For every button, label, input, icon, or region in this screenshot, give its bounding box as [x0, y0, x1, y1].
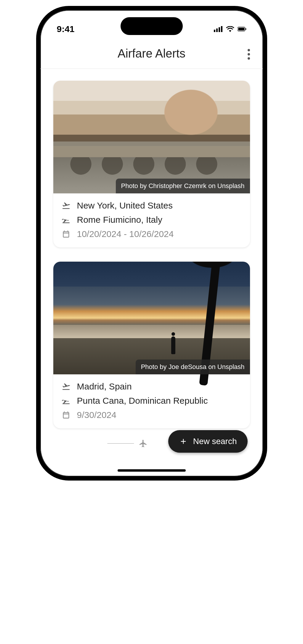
dates-label: 10/20/2024 - 10/26/2024: [77, 229, 174, 239]
battery-icon: [238, 25, 246, 34]
divider-decoration: [107, 439, 148, 448]
app-header: Airfare Alerts: [40, 40, 263, 69]
flight-takeoff-icon: [62, 201, 70, 210]
origin-label: Madrid, Spain: [77, 381, 132, 392]
device-notch: [121, 17, 183, 35]
card-body: New York, United States Rome Fiumicino, …: [53, 193, 250, 247]
image-credit: Photo by Joe deSousa on Unsplash: [136, 360, 250, 374]
destination-row: Punta Cana, Dominican Republic: [62, 396, 242, 406]
flight-land-icon: [62, 215, 70, 224]
airplane-icon: [139, 439, 148, 448]
svg-rect-2: [219, 27, 220, 32]
svg-rect-0: [214, 30, 215, 32]
dates-row: 10/20/2024 - 10/26/2024: [62, 229, 242, 239]
plus-icon: [179, 437, 188, 446]
flight-takeoff-icon: [62, 382, 70, 391]
destination-label: Rome Fiumicino, Italy: [77, 215, 162, 225]
status-time: 9:41: [57, 24, 75, 34]
destination-image: Photo by Christopher Czemrk on Unsplash: [53, 81, 250, 193]
origin-label: New York, United States: [77, 201, 173, 211]
alerts-list: Photo by Christopher Czemrk on Unsplash …: [40, 69, 263, 478]
destination-image: Photo by Joe deSousa on Unsplash: [53, 262, 250, 374]
card-body: Madrid, Spain Punta Cana, Dominican Repu…: [53, 374, 250, 428]
status-icons: [214, 25, 246, 34]
calendar-icon: [62, 230, 70, 238]
new-search-button[interactable]: New search: [168, 430, 248, 453]
svg-rect-3: [221, 26, 222, 32]
page-title: Airfare Alerts: [40, 47, 263, 60]
home-indicator[interactable]: [118, 469, 186, 472]
new-search-label: New search: [193, 437, 237, 446]
calendar-icon: [62, 411, 70, 419]
dates-row: 9/30/2024: [62, 410, 242, 420]
image-credit: Photo by Christopher Czemrk on Unsplash: [116, 179, 250, 193]
alert-card[interactable]: Photo by Christopher Czemrk on Unsplash …: [53, 81, 250, 247]
destination-label: Punta Cana, Dominican Republic: [77, 396, 208, 406]
origin-row: New York, United States: [62, 201, 242, 211]
alert-card[interactable]: Photo by Joe deSousa on Unsplash Madrid,…: [53, 262, 250, 428]
cellular-icon: [214, 25, 223, 34]
wifi-icon: [226, 25, 235, 34]
more-options-button[interactable]: [248, 49, 250, 60]
flight-land-icon: [62, 396, 70, 405]
svg-rect-5: [238, 28, 244, 31]
divider-line: [107, 443, 134, 444]
origin-row: Madrid, Spain: [62, 381, 242, 392]
svg-rect-6: [246, 28, 246, 30]
svg-rect-1: [216, 28, 218, 32]
destination-row: Rome Fiumicino, Italy: [62, 215, 242, 225]
dates-label: 9/30/2024: [77, 410, 116, 420]
phone-frame: 9:41 Airfare Alerts Photo by Christopher…: [36, 6, 267, 481]
